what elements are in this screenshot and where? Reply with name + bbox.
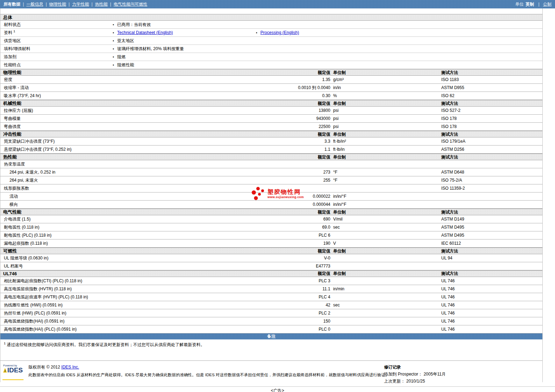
property-unit: ft·lb/in² <box>330 139 439 144</box>
table-row: 收缩率 - 流动0.0010 到 0.0040in/inASTM D955 <box>0 84 542 92</box>
property-value: 1.1 <box>260 147 330 152</box>
property-label: 264 psi, 未退火, 0.252 in <box>0 169 260 175</box>
nav-item-link[interactable]: 一般信息 <box>26 2 43 7</box>
property-value: 255 <box>260 178 330 183</box>
column-header-method: 测试方法 <box>439 70 542 76</box>
test-method: UL 746 <box>439 327 542 332</box>
column-header-unit: 单位制 <box>330 70 439 76</box>
property-value-item: •阻燃 <box>113 54 256 60</box>
test-method: ASTM D955 <box>439 85 542 90</box>
property-label: 漏电起痕指数 (0.118 in) <box>0 241 260 246</box>
test-method: ASTM D495 <box>439 233 542 238</box>
table-row: 流动0.000022in/in/°F <box>0 192 542 201</box>
column-header-value: 额定值 <box>260 70 330 76</box>
column-header-method: 测试方法 <box>439 209 542 215</box>
property-value: PLC 4 <box>260 295 330 299</box>
nav-separator: | <box>46 2 47 7</box>
column-header-unit: 单位制 <box>330 131 439 137</box>
datasheet-link[interactable]: Technical Datasheet (English) <box>117 30 173 35</box>
nav-item-link[interactable]: 电气性能与可燃性 <box>114 2 147 7</box>
unit-current: 英制 <box>526 2 534 7</box>
nav-item-link[interactable]: 力学性能 <box>72 2 89 7</box>
section-header: 物理性能额定值单位制测试方法 <box>0 69 542 76</box>
property-value: PLC 2 <box>260 311 330 316</box>
property-value-item: •Processing (English) <box>256 30 399 35</box>
property-label: 材料状态 <box>0 22 113 28</box>
property-value: PLC 6 <box>260 233 330 238</box>
section-header: 电气性能额定值单位制测试方法 <box>0 209 542 215</box>
property-label: 高电压电弧起痕速率 (HVTR) (PLC) (0.118 in) <box>0 294 260 300</box>
column-header-value: 额定值 <box>260 131 330 137</box>
section-header: UL746额定值单位制测试方法 <box>0 270 542 277</box>
section-title: 机械性能 <box>0 100 260 107</box>
property-value: 3.3 <box>260 139 330 144</box>
nav-item-link[interactable]: 物理性能 <box>49 2 66 7</box>
section-header: 冲击性能额定值单位制测试方法 <box>0 131 542 137</box>
test-method: UL 746 <box>439 278 542 283</box>
property-value: 11.1 <box>260 286 330 291</box>
section-header: 热性能额定值单位制测试方法 <box>0 154 542 160</box>
property-label: 性能特点 <box>0 62 113 68</box>
property-unit: °F <box>330 170 439 175</box>
column-header-unit: 单位制 <box>330 101 439 107</box>
ides-logo: Powered by i IDES <box>2 364 24 380</box>
property-label: 高压电弧留痕指数 (HVTR) (0.118 in) <box>0 286 260 292</box>
table-row: 耐电弧性 (0.118 in)69.0secASTM D495 <box>0 223 542 231</box>
datasheet-body: 总体材料状态•已商用：当前有效资料 1•Technical Datasheet … <box>0 8 543 382</box>
ides-logo-text: IDES <box>7 367 23 373</box>
property-value: 69.0 <box>260 225 330 230</box>
property-value: 190 <box>260 241 330 246</box>
datasheet-link[interactable]: Processing (English) <box>260 30 299 35</box>
property-value: 42 <box>260 303 330 307</box>
property-label: 热变形温度 <box>0 161 260 167</box>
table-row: 264 psi, 未退火255°FISO 75-2/A <box>0 176 542 184</box>
top-navbar: 所有数据|一般信息|物理性能|力学性能|热性能|电气性能与可燃性 单位 英制 |… <box>0 0 555 8</box>
footnote-text: 通过这些链接您能够访问供应商资料。我们尽量保证及时更新资料；不过您可以从供应商处… <box>7 342 205 347</box>
column-header-value: 额定值 <box>260 248 330 254</box>
property-value: 150 <box>260 319 330 324</box>
test-method: ASTM D149 <box>439 217 542 222</box>
property-label: 相比耐漏电起痕指数(CTI) (PLC) (0.118 in) <box>0 278 260 284</box>
test-method: ISO 75-2/A <box>439 178 542 183</box>
value-text: 阻燃 <box>117 54 126 59</box>
table-row: 线形膨胀系数ISO 11359-2 <box>0 184 542 192</box>
table-row: 添加剂•阻燃 <box>0 53 542 61</box>
table-row: 耐电弧性 (PLC) (0.118 in)PLC 6ASTM D495 <box>0 231 542 239</box>
property-label: 介电强度 (1.5) <box>0 216 260 222</box>
test-method: ASTM D648 <box>439 170 542 175</box>
property-value: 1.35 <box>260 77 330 82</box>
copyright-line: 版权所有 © 2012 IDES Inc. <box>28 364 389 370</box>
table-row: 高电压电弧起痕速率 (HVTR) (PLC) (0.118 in)PLC 4UL… <box>0 293 542 301</box>
ides-inc-link[interactable]: IDES Inc. <box>61 365 79 370</box>
column-header-value: 额定值 <box>260 271 330 277</box>
table-row: 介电强度 (1.5)690V/milASTM D149 <box>0 215 542 223</box>
property-label: 耐电弧性 (0.118 in) <box>0 224 260 230</box>
unit-switcher: 单位 英制 | 公制 <box>515 1 551 7</box>
section-title: 电气性能 <box>0 209 260 215</box>
test-method: UL 746 <box>439 303 542 307</box>
property-value-item: •阻燃性能 <box>113 62 256 68</box>
unit-metric-link[interactable]: 公制 <box>543 2 551 7</box>
section-title: 物理性能 <box>0 69 260 76</box>
test-method: ISO 1183 <box>439 77 542 82</box>
test-method: ISO 62 <box>439 93 542 98</box>
table-row: 资料 1•Technical Datasheet (English)•Proce… <box>0 29 542 37</box>
property-value: 943000 <box>260 116 330 121</box>
section-header: 可燃性额定值单位制测试方法 <box>0 248 542 254</box>
section-title: UL746 <box>0 271 260 276</box>
property-unit: ft·lb/in <box>330 147 439 152</box>
property-unit: g/cm³ <box>330 77 439 82</box>
column-header-method: 测试方法 <box>439 271 542 277</box>
property-value: E47773 <box>260 264 330 269</box>
property-unit: V <box>330 241 439 246</box>
footnote-sup: 1 <box>4 342 6 345</box>
test-method: UL 746 <box>439 311 542 316</box>
nav-item-link[interactable]: 热性能 <box>95 2 108 7</box>
table-row: 弯曲模量943000psiISO 178 <box>0 115 542 123</box>
property-label: 收缩率 - 流动 <box>0 85 260 91</box>
property-label: 流动 <box>0 194 260 200</box>
property-label: 线形膨胀系数 <box>0 185 260 191</box>
revision-updated: 上次更新： 2010/1/25 <box>384 379 425 384</box>
bullet-icon: • <box>113 47 114 51</box>
bullet-icon: • <box>113 22 114 27</box>
